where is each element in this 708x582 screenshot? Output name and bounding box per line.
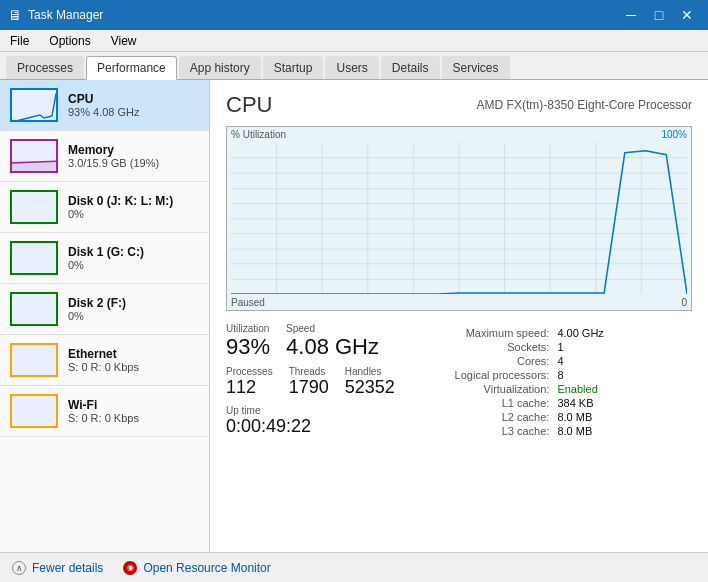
ethernet-info: Ethernet S: 0 R: 0 Kbps bbox=[68, 347, 199, 373]
wifi-thumb bbox=[10, 394, 58, 428]
window-controls: ─ □ ✕ bbox=[618, 5, 700, 25]
cores-label: Cores: bbox=[415, 355, 550, 367]
disk0-thumb bbox=[10, 190, 58, 224]
sidebar-item-wifi[interactable]: Wi-Fi S: 0 R: 0 Kbps bbox=[0, 386, 209, 437]
sidebar: CPU 93% 4.08 GHz Memory 3.0/15.9 GB (19%… bbox=[0, 80, 210, 552]
util-speed-row: Utilization 93% Speed 4.08 GHz bbox=[226, 323, 395, 360]
disk0-info: Disk 0 (J: K: L: M:) 0% bbox=[68, 194, 199, 220]
utilization-label: Utilization bbox=[226, 323, 270, 334]
cores-value: 4 bbox=[557, 355, 692, 367]
sidebar-item-cpu[interactable]: CPU 93% 4.08 GHz bbox=[0, 80, 209, 131]
stats-area: Utilization 93% Speed 4.08 GHz Processes… bbox=[226, 323, 692, 438]
disk1-info: Disk 1 (G: C:) 0% bbox=[68, 245, 199, 271]
handles-label: Handles bbox=[345, 366, 395, 377]
disk2-value: 0% bbox=[68, 310, 199, 322]
l2-label: L2 cache: bbox=[415, 411, 550, 423]
open-resource-monitor-link[interactable]: ◉ Open Resource Monitor bbox=[123, 561, 270, 575]
l3-value: 8.0 MB bbox=[557, 425, 692, 437]
tab-services[interactable]: Services bbox=[442, 56, 510, 79]
threads-value: 1790 bbox=[289, 377, 329, 399]
right-panel: CPU AMD FX(tm)-8350 Eight-Core Processor… bbox=[210, 80, 708, 552]
sidebar-item-ethernet[interactable]: Ethernet S: 0 R: 0 Kbps bbox=[0, 335, 209, 386]
disk1-value: 0% bbox=[68, 259, 199, 271]
memory-value: 3.0/15.9 GB (19%) bbox=[68, 157, 199, 169]
speed-stat: Speed 4.08 GHz bbox=[286, 323, 379, 360]
app-icon: 🖥 bbox=[8, 7, 22, 23]
l1-label: L1 cache: bbox=[415, 397, 550, 409]
ethernet-value: S: 0 R: 0 Kbps bbox=[68, 361, 199, 373]
minimize-button[interactable]: ─ bbox=[618, 5, 644, 25]
wifi-value: S: 0 R: 0 Kbps bbox=[68, 412, 199, 424]
uptime-value: 0:00:49:22 bbox=[226, 416, 395, 438]
bottom-bar: ∧ Fewer details ◉ Open Resource Monitor bbox=[0, 552, 708, 582]
processes-value: 112 bbox=[226, 377, 273, 399]
logical-label: Logical processors: bbox=[415, 369, 550, 381]
menu-bar: File Options View bbox=[0, 30, 708, 52]
processes-label: Processes bbox=[226, 366, 273, 377]
chevron-up-icon: ∧ bbox=[12, 561, 26, 575]
panel-title: CPU bbox=[226, 92, 272, 118]
memory-info: Memory 3.0/15.9 GB (19%) bbox=[68, 143, 199, 169]
uptime-label: Up time bbox=[226, 405, 395, 416]
memory-thumb bbox=[10, 139, 58, 173]
open-resource-monitor-label: Open Resource Monitor bbox=[143, 561, 270, 575]
main-content: CPU 93% 4.08 GHz Memory 3.0/15.9 GB (19%… bbox=[0, 80, 708, 552]
menu-file[interactable]: File bbox=[6, 32, 33, 50]
chart-y-max: 100% bbox=[661, 129, 687, 140]
disk0-label: Disk 0 (J: K: L: M:) bbox=[68, 194, 199, 208]
sidebar-item-disk0[interactable]: Disk 0 (J: K: L: M:) 0% bbox=[0, 182, 209, 233]
tab-users[interactable]: Users bbox=[325, 56, 378, 79]
processes-stat: Processes 112 bbox=[226, 366, 273, 399]
chart-y-label: % Utilization bbox=[231, 129, 286, 140]
wifi-label: Wi-Fi bbox=[68, 398, 199, 412]
chart-grid bbox=[231, 143, 687, 294]
l1-value: 384 KB bbox=[557, 397, 692, 409]
logical-value: 8 bbox=[557, 369, 692, 381]
handles-value: 52352 bbox=[345, 377, 395, 399]
tab-app-history[interactable]: App history bbox=[179, 56, 261, 79]
sidebar-item-memory[interactable]: Memory 3.0/15.9 GB (19%) bbox=[0, 131, 209, 182]
cpu-thumb bbox=[10, 88, 58, 122]
cpu-info: CPU 93% 4.08 GHz bbox=[68, 92, 199, 118]
fewer-details-label: Fewer details bbox=[32, 561, 103, 575]
proc-thread-handles-row: Processes 112 Threads 1790 Handles 52352 bbox=[226, 366, 395, 399]
maximize-button[interactable]: □ bbox=[646, 5, 672, 25]
uptime-stat: Up time 0:00:49:22 bbox=[226, 405, 395, 438]
speed-label: Speed bbox=[286, 323, 379, 334]
menu-options[interactable]: Options bbox=[45, 32, 94, 50]
panel-subtitle: AMD FX(tm)-8350 Eight-Core Processor bbox=[477, 98, 692, 112]
title-bar: 🖥 Task Manager ─ □ ✕ bbox=[0, 0, 708, 30]
panel-header: CPU AMD FX(tm)-8350 Eight-Core Processor bbox=[226, 92, 692, 118]
sidebar-item-disk2[interactable]: Disk 2 (F:) 0% bbox=[0, 284, 209, 335]
sidebar-item-disk1[interactable]: Disk 1 (G: C:) 0% bbox=[0, 233, 209, 284]
tabs-bar: Processes Performance App history Startu… bbox=[0, 52, 708, 80]
utilization-stat: Utilization 93% bbox=[226, 323, 270, 360]
ethernet-label: Ethernet bbox=[68, 347, 199, 361]
threads-label: Threads bbox=[289, 366, 329, 377]
handles-stat: Handles 52352 bbox=[345, 366, 395, 399]
cpu-value: 93% 4.08 GHz bbox=[68, 106, 199, 118]
chart-y-min: 0 bbox=[681, 297, 687, 308]
disk2-info: Disk 2 (F:) 0% bbox=[68, 296, 199, 322]
sockets-value: 1 bbox=[557, 341, 692, 353]
virt-label: Virtualization: bbox=[415, 383, 550, 395]
app-title: Task Manager bbox=[28, 8, 103, 22]
menu-view[interactable]: View bbox=[107, 32, 141, 50]
ethernet-thumb bbox=[10, 343, 58, 377]
wifi-info: Wi-Fi S: 0 R: 0 Kbps bbox=[68, 398, 199, 424]
l3-label: L3 cache: bbox=[415, 425, 550, 437]
cpu-label: CPU bbox=[68, 92, 199, 106]
tab-details[interactable]: Details bbox=[381, 56, 440, 79]
cpu-chart: % Utilization 100% Paused 0 bbox=[226, 126, 692, 311]
close-button[interactable]: ✕ bbox=[674, 5, 700, 25]
tab-performance[interactable]: Performance bbox=[86, 56, 177, 80]
disk2-thumb bbox=[10, 292, 58, 326]
right-stats-table: Maximum speed: 4.00 GHz Sockets: 1 Cores… bbox=[415, 327, 692, 437]
stats-left: Utilization 93% Speed 4.08 GHz Processes… bbox=[226, 323, 395, 438]
tab-processes[interactable]: Processes bbox=[6, 56, 84, 79]
title-bar-left: 🖥 Task Manager bbox=[8, 7, 103, 23]
fewer-details-link[interactable]: ∧ Fewer details bbox=[12, 561, 103, 575]
disk1-label: Disk 1 (G: C:) bbox=[68, 245, 199, 259]
threads-stat: Threads 1790 bbox=[289, 366, 329, 399]
tab-startup[interactable]: Startup bbox=[263, 56, 324, 79]
